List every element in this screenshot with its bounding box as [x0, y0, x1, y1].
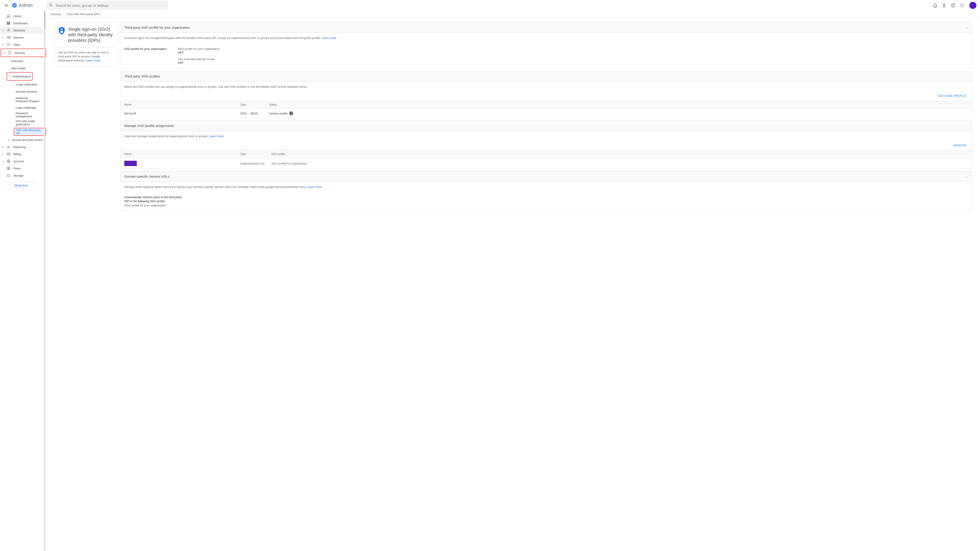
sidebar-item-account-recovery[interactable]: Account recovery — [0, 88, 44, 95]
help-icon[interactable] — [951, 3, 956, 8]
sidebar-item-reporting[interactable]: ▸ Reporting — [0, 143, 44, 151]
admin-hexagon-icon — [11, 2, 18, 8]
panel-header-assignments: Manage SSO profile assignments — [120, 121, 972, 131]
home-icon — [6, 14, 11, 18]
chevron-right-icon: ▸ — [3, 36, 5, 39]
svg-rect-30 — [8, 146, 9, 148]
search-bar[interactable] — [46, 1, 168, 10]
learn-more-link[interactable]: Learn more — [86, 59, 100, 62]
svg-point-21 — [8, 43, 9, 44]
svg-point-10 — [960, 6, 961, 7]
sidebar-item-2step[interactable]: 2-step verification — [0, 81, 44, 88]
sidebar-label: Dashboard — [13, 22, 28, 25]
svg-point-28 — [9, 45, 10, 46]
breadcrumb-root[interactable]: Security — [51, 13, 61, 16]
sidebar-item-directory[interactable]: ▸ Directory — [0, 27, 44, 34]
credit-card-icon — [6, 152, 11, 156]
svg-point-6 — [963, 4, 964, 5]
apps-grid-icon[interactable] — [959, 3, 964, 8]
sidebar-item-adv-protection[interactable]: Advanced Protection Program — [0, 95, 44, 104]
panel-org-profile: Third-party SSO profile for your organiz… — [120, 22, 972, 69]
notifications-icon[interactable] — [933, 3, 938, 8]
chevron-right-icon: ▸ — [3, 29, 5, 32]
panel-header-domain-urls[interactable]: Domain-specific Service URLs ⌄ — [120, 171, 972, 182]
panel-header-sso-profiles: Third-party SSO profiles — [120, 71, 972, 81]
svg-point-4 — [960, 4, 961, 5]
svg-rect-29 — [7, 147, 8, 148]
sidebar-item-alert-center[interactable]: Alert center — [0, 65, 44, 72]
sidebar-label: Authentication — [13, 75, 31, 78]
sidebar-item-account[interactable]: ▸ Account — [0, 158, 44, 165]
chevron-right-icon: ▸ — [3, 153, 5, 156]
svg-point-27 — [8, 45, 9, 46]
svg-rect-31 — [9, 147, 10, 148]
sidebar-item-sso-saml[interactable]: SSO with SAML applications — [0, 118, 44, 127]
domain-auto-redirect[interactable]: Automatically redirect users to the thir… — [120, 192, 972, 210]
breadcrumb-current: SSO with third-party IDPs — [67, 13, 100, 16]
main-content: Security › SSO with third-party IDPs Sin… — [46, 11, 980, 551]
redacted-org-name — [124, 161, 137, 166]
learn-more-link[interactable]: Learn more — [209, 135, 224, 138]
sidebar-item-password-mgmt[interactable]: Password management — [0, 111, 44, 118]
profiles-table-row[interactable]: Microsoft OIDC BETA System profile i — [120, 109, 972, 118]
sidebar-item-home[interactable]: Home — [0, 13, 44, 20]
assignments-table-header: Name Type SSO profile — [120, 150, 972, 158]
assignments-table-row[interactable]: Organizational unit SSO profile for orga… — [120, 158, 972, 169]
hourglass-icon[interactable] — [942, 3, 947, 8]
sidebar-item-sso-third-party[interactable]: SSO with third party IdP — [14, 128, 46, 135]
sidebar-label: Devices — [13, 36, 24, 39]
svg-point-36 — [61, 29, 62, 30]
panel-header-org-profile[interactable]: Third-party SSO profile for your organiz… — [120, 22, 972, 33]
sidebar-item-dashboard[interactable]: Dashboard — [0, 20, 44, 27]
sidebar-item-access-data-control[interactable]: ▸ Access and data control — [0, 136, 44, 143]
scrollbar-thumb[interactable] — [44, 11, 45, 29]
chevron-down-icon: ▾ — [9, 75, 11, 78]
chevron-down-icon[interactable]: ⌄ — [966, 26, 968, 29]
rules-icon — [6, 166, 11, 170]
chevron-down-icon[interactable]: ⌄ — [966, 175, 968, 178]
svg-point-12 — [963, 6, 964, 7]
sidebar-label: Security — [14, 51, 25, 54]
top-bar: Admin — [0, 0, 980, 11]
learn-more-link[interactable]: Learn more — [307, 185, 322, 189]
sidebar-item-authentication[interactable]: ▾ Authentication — [7, 73, 31, 80]
svg-rect-32 — [7, 153, 10, 155]
manage-assignments-button[interactable]: MANAGE — [120, 141, 972, 150]
svg-point-33 — [7, 160, 10, 163]
learn-more-link[interactable]: Learn more — [322, 36, 336, 40]
admin-logo[interactable]: Admin — [11, 2, 32, 8]
dashboard-icon — [6, 21, 11, 25]
sidebar-item-devices[interactable]: ▸ Devices — [0, 34, 44, 41]
sidebar-item-billing[interactable]: ▸ Billing — [0, 151, 44, 158]
sidebar-item-storage[interactable]: Storage — [0, 172, 44, 179]
hamburger-menu-icon[interactable] — [3, 3, 9, 8]
sidebar-item-apps[interactable]: ▸ Apps — [0, 41, 44, 48]
sidebar-item-rules[interactable]: Rules — [0, 165, 44, 172]
cloud-icon — [6, 173, 11, 178]
svg-point-25 — [9, 44, 10, 45]
user-avatar[interactable] — [969, 2, 977, 9]
svg-point-20 — [7, 43, 8, 44]
info-icon[interactable]: i — [289, 111, 293, 115]
intro-card-title: Single sign-on (SSO) with third-party id… — [68, 27, 114, 43]
sidebar-item-security[interactable]: ▾ Security — [1, 49, 45, 56]
search-input[interactable] — [56, 3, 165, 7]
panel-body-org-profile: Everyone signs into Google Workspace wit… — [120, 33, 972, 43]
add-saml-profile-button[interactable]: ADD SAML PROFILE — [120, 92, 972, 101]
panel-domain-urls: Domain-specific Service URLs ⌄ Manage wh… — [120, 171, 972, 210]
intro-card-desc: Set up SSO so users can sign in with a t… — [55, 48, 118, 67]
sidebar-item-login-challenges[interactable]: Login challenges — [0, 104, 44, 111]
person-icon — [6, 28, 11, 32]
org-profile-details[interactable]: SSO profile for your organization SSO pr… — [120, 43, 972, 68]
shield-icon — [7, 51, 12, 55]
sidebar-label: Alert center — [11, 67, 26, 70]
apps-icon — [6, 42, 11, 47]
sidebar-scrollbar[interactable] — [44, 11, 45, 551]
sidebar: Home Dashboard ▸ Directory ▸ Devices ▸ A… — [0, 11, 46, 551]
search-icon — [49, 3, 53, 8]
show-less-button[interactable]: Show less — [5, 182, 37, 189]
sidebar-label: Directory — [13, 29, 25, 32]
svg-rect-16 — [7, 23, 8, 25]
sidebar-item-overview[interactable]: Overview — [0, 57, 44, 65]
sso-shield-icon — [58, 27, 65, 35]
